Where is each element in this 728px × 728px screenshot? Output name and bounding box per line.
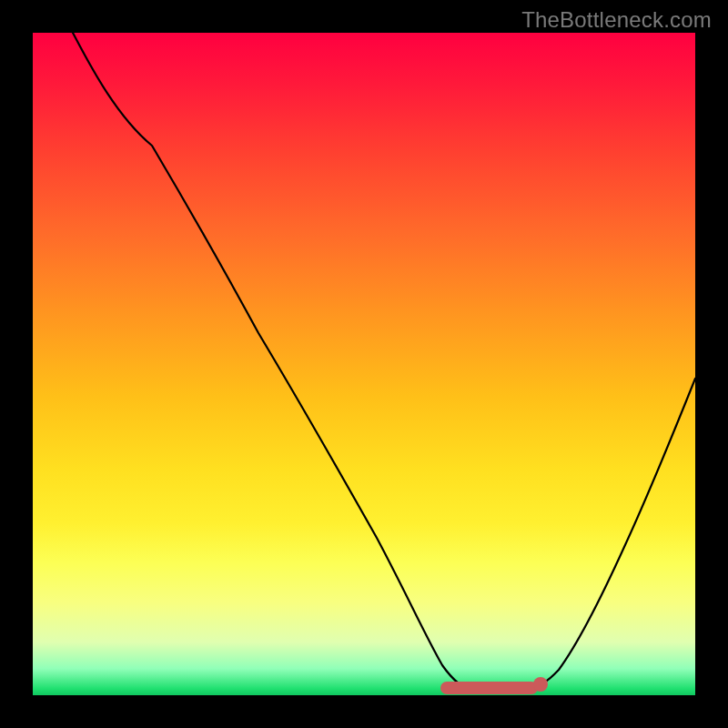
optimal-range-end-dot — [533, 677, 548, 692]
plot-area — [33, 33, 695, 695]
curve-layer — [33, 33, 695, 695]
watermark-text: TheBottleneck.com — [521, 7, 712, 33]
bottleneck-curve-line — [73, 33, 695, 690]
chart-stage: TheBottleneck.com — [0, 0, 728, 728]
